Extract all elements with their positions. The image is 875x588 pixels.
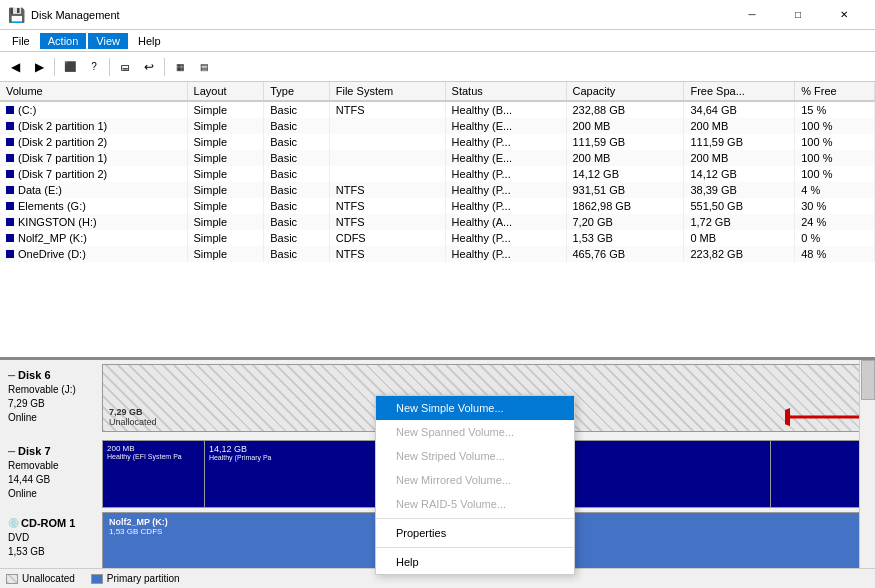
table-row[interactable]: OneDrive (D:)SimpleBasicNTFSHealthy (P..…: [0, 246, 875, 262]
legend-primary-label: Primary partition: [107, 573, 180, 584]
toolbar-btn-disk[interactable]: 🖴: [114, 56, 136, 78]
context-menu-new-raid5[interactable]: New RAID-5 Volume...: [376, 492, 574, 516]
table-row[interactable]: Nolf2_MP (K:)SimpleBasicCDFSHealthy (P..…: [0, 230, 875, 246]
disk-7-part3[interactable]: [771, 441, 872, 507]
toolbar-back[interactable]: ◀: [4, 56, 26, 78]
disk-7-status: Online: [8, 487, 96, 501]
context-menu-properties[interactable]: Properties: [376, 521, 574, 545]
disk-7-type: Removable: [8, 459, 96, 473]
context-menu-new-simple[interactable]: New Simple Volume...: [376, 396, 574, 420]
disk-7-part1-size: 200 MB: [107, 444, 200, 453]
table-row[interactable]: (Disk 7 partition 1)SimpleBasicHealthy (…: [0, 150, 875, 166]
title-bar: 💾 Disk Management ─ □ ✕: [0, 0, 875, 30]
minimize-button[interactable]: ─: [729, 0, 775, 30]
context-menu-new-striped[interactable]: New Striped Volume...: [376, 444, 574, 468]
col-freespace: Free Spa...: [684, 82, 795, 101]
cdrom-1-size: 1,53 GB: [8, 545, 96, 559]
context-menu-help[interactable]: Help: [376, 550, 574, 574]
toolbar-sep-1: [54, 58, 55, 76]
legend-unallocated-label: Unallocated: [22, 573, 75, 584]
disk-6-label: ─ Disk 6 Removable (J:) 7,29 GB Online: [2, 364, 102, 432]
table-row[interactable]: (Disk 7 partition 2)SimpleBasicHealthy (…: [0, 166, 875, 182]
col-percentfree: % Free: [795, 82, 875, 101]
col-status: Status: [445, 82, 566, 101]
context-menu: New Simple Volume... New Spanned Volume.…: [375, 395, 575, 575]
legend-primary-color: [91, 574, 103, 584]
context-menu-new-mirrored[interactable]: New Mirrored Volume...: [376, 468, 574, 492]
col-volume: Volume: [0, 82, 187, 101]
menu-file[interactable]: File: [4, 33, 38, 49]
table-row[interactable]: Data (E:)SimpleBasicNTFSHealthy (P...931…: [0, 182, 875, 198]
context-menu-new-spanned[interactable]: New Spanned Volume...: [376, 420, 574, 444]
col-type: Type: [264, 82, 330, 101]
toolbar: ◀ ▶ ⬛ ? 🖴 ↩ ▦ ▤: [0, 52, 875, 82]
disk-7-label: ─ Disk 7 Removable 14,44 GB Online: [2, 440, 102, 508]
toolbar-forward[interactable]: ▶: [28, 56, 50, 78]
table-row[interactable]: (Disk 2 partition 1)SimpleBasicHealthy (…: [0, 118, 875, 134]
toolbar-btn-2[interactable]: ▤: [193, 56, 215, 78]
table-row[interactable]: KINGSTON (H:)SimpleBasicNTFSHealthy (A..…: [0, 214, 875, 230]
cdrom-1-type: DVD: [8, 531, 96, 545]
disk-area: ─ Disk 6 Removable (J:) 7,29 GB Online 7…: [0, 360, 875, 588]
app-icon: 💾: [8, 7, 25, 23]
arrow-indicator: [785, 402, 865, 432]
menu-action[interactable]: Action: [40, 33, 87, 49]
legend-unallocated-color: [6, 574, 18, 584]
table-row[interactable]: Elements (G:)SimpleBasicNTFSHealthy (P..…: [0, 198, 875, 214]
legend-unallocated: Unallocated: [6, 573, 75, 584]
context-menu-sep-1: [376, 518, 574, 519]
menu-bar: File Action View Help: [0, 30, 875, 52]
disk-6-status: Online: [8, 411, 96, 425]
disk-6-icon: ─ Disk 6: [8, 368, 96, 383]
app-title: Disk Management: [31, 9, 120, 21]
toolbar-btn-help[interactable]: ?: [83, 56, 105, 78]
col-capacity: Capacity: [566, 82, 684, 101]
context-menu-sep-2: [376, 547, 574, 548]
close-button[interactable]: ✕: [821, 0, 867, 30]
disk-7-icon: ─ Disk 7: [8, 444, 96, 459]
menu-help[interactable]: Help: [130, 33, 169, 49]
disk-7-part1-info: Healthy (EFI System Pa: [107, 453, 200, 460]
disk-7-size: 14,44 GB: [8, 473, 96, 487]
toolbar-btn-properties[interactable]: ⬛: [59, 56, 81, 78]
volume-table: Volume Layout Type File System Status Ca…: [0, 82, 875, 262]
toolbar-btn-1[interactable]: ▦: [169, 56, 191, 78]
col-layout: Layout: [187, 82, 264, 101]
scrollbar[interactable]: [859, 360, 875, 568]
toolbar-btn-refresh[interactable]: ↩: [138, 56, 160, 78]
table-row[interactable]: (C:)SimpleBasicNTFSHealthy (B...232,88 G…: [0, 101, 875, 118]
cdrom-1-icon: 💿 CD-ROM 1: [8, 516, 96, 531]
toolbar-sep-3: [164, 58, 165, 76]
scrollbar-thumb[interactable]: [861, 360, 875, 400]
menu-view[interactable]: View: [88, 33, 128, 49]
disk-6-type: Removable (J:): [8, 383, 96, 397]
window-controls: ─ □ ✕: [729, 0, 867, 30]
disk-7-part1[interactable]: 200 MB Healthy (EFI System Pa: [103, 441, 205, 507]
col-filesystem: File System: [329, 82, 445, 101]
toolbar-sep-2: [109, 58, 110, 76]
legend-primary: Primary partition: [91, 573, 180, 584]
volume-table-area[interactable]: Volume Layout Type File System Status Ca…: [0, 82, 875, 360]
disk-6-size: 7,29 GB: [8, 397, 96, 411]
table-row[interactable]: (Disk 2 partition 2)SimpleBasicHealthy (…: [0, 134, 875, 150]
main-content: Volume Layout Type File System Status Ca…: [0, 82, 875, 588]
maximize-button[interactable]: □: [775, 0, 821, 30]
red-arrow-icon: [785, 402, 865, 432]
